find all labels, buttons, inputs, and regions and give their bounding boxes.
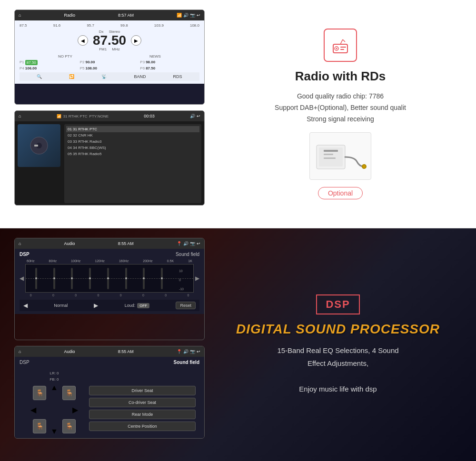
- eq-bar-7[interactable]: [143, 266, 145, 291]
- svg-rect-15: [324, 154, 333, 155]
- rear-mode-btn[interactable]: Rear Mode: [89, 410, 196, 419]
- seat-rear-left: 🪑: [33, 419, 46, 433]
- back-icon-dab: ↩: [197, 114, 200, 118]
- eq-right-arrow[interactable]: ▶: [195, 275, 199, 282]
- loud-label: Loud:: [125, 303, 136, 308]
- driver-seat-btn[interactable]: Driver Seat: [89, 386, 196, 395]
- radio-center: Dx Stereo 87.50 FM1 MHz: [93, 29, 126, 51]
- bottom-left-screenshots: ⌂ Audio 8:55 AM 📍 🔊 📷 ↩ DSP Sound field: [14, 238, 205, 451]
- soundfield-screen: ⌂ Audio 8:55 AM 📍 🔊 📷 ↩ DSP Sound field: [14, 346, 205, 439]
- sf-tab-dsp[interactable]: DSP: [20, 360, 30, 365]
- band-btn[interactable]: BAND: [134, 74, 146, 79]
- down-arrow-btn[interactable]: ▼: [50, 427, 58, 436]
- back-icon-dsp: ↩: [197, 241, 200, 246]
- bottom-section: ⌂ Audio 8:55 AM 📍 🔊 📷 ↩ DSP Sound field: [0, 228, 476, 461]
- channel-item-5[interactable]: 05 35 RTHK Radio5: [66, 151, 199, 157]
- radio-bottom-bar: 🔍 🔁 📡 BAND RDS: [20, 72, 199, 81]
- dsp-tabs: DSP Sound field: [20, 252, 199, 257]
- channel-list: 01 31 RTHK PTC 02 32 CNR HK 03 33 RTHK R…: [64, 124, 201, 203]
- svg-rect-14: [324, 150, 338, 152]
- radio-title: Radio: [64, 13, 75, 18]
- eq-bar-4[interactable]: [89, 266, 91, 291]
- sf-tab-soundfield[interactable]: Sound field: [174, 360, 199, 365]
- channel-item-1[interactable]: 01 31 RTHK PTC: [66, 126, 199, 132]
- eq-value-labels: 0 0 0 0 0 0 0 0: [20, 294, 199, 297]
- preset-1[interactable]: P1 87.50: [20, 60, 79, 65]
- home-icon-dab: ⌂: [19, 114, 21, 118]
- home-icon-sf: ⌂: [19, 349, 21, 354]
- eq-bar-1[interactable]: [35, 266, 37, 291]
- dsp-info-panel: DSP DIGITAL SOUND PROCESSOR 15-Band Real…: [214, 238, 462, 451]
- centre-position-btn[interactable]: Centre Position: [89, 422, 196, 431]
- preset-5[interactable]: P5 108.00: [80, 66, 139, 70]
- svg-line-8: [340, 39, 343, 44]
- channel-item-4[interactable]: 04 34 RTHK BBC(WS): [66, 145, 199, 151]
- fb-label: FB: 0: [50, 377, 59, 382]
- eq-bar-8[interactable]: [161, 266, 163, 291]
- dsp-main-content: DSP Sound field 60Hz 80Hz 100Hz 120Hz 16…: [15, 249, 204, 314]
- tab-dsp[interactable]: DSP: [20, 252, 30, 257]
- svg-rect-3: [333, 44, 347, 53]
- preset-4[interactable]: P4 106.00: [20, 66, 79, 70]
- dsp-bottom-controls: ◀ Normal ▶ Loud: OFF Reset: [20, 300, 199, 311]
- eq-left-arrow[interactable]: ◀: [20, 275, 24, 282]
- eq-bar-5[interactable]: [107, 266, 109, 291]
- dsp-time: 8:55 AM: [118, 241, 134, 246]
- codriver-seat-btn[interactable]: Co-driver Seat: [89, 398, 196, 407]
- sf-statusbar: ⌂ Audio 8:55 AM 📍 🔊 📷 ↩: [15, 346, 204, 357]
- repeat-icon[interactable]: 🔁: [69, 74, 74, 79]
- soundfield-buttons: Driver Seat Co-driver Seat Rear Mode Cen…: [89, 371, 196, 439]
- svg-line-9: [343, 39, 345, 42]
- seat-rear-right: 🪑: [62, 419, 76, 433]
- seat-diagram: LR: 0 FB: 0 🪑 🪑 🪑 🪑 ▲ ▼ ◀ ▶: [23, 371, 85, 439]
- dsp-eq-screen: ⌂ Audio 8:55 AM 📍 🔊 📷 ↩ DSP Sound field: [14, 238, 205, 340]
- up-arrow-btn[interactable]: ▲: [50, 383, 58, 392]
- dsp-desc-line-3: Enjoy music life with dsp: [277, 383, 398, 395]
- home-icon: ⌂: [19, 13, 21, 18]
- play-right-btn[interactable]: ▶: [94, 302, 98, 309]
- status-icons: 📶 🔊 📷 ↩: [177, 13, 200, 18]
- album-art: [18, 124, 60, 167]
- next-btn[interactable]: ▶: [131, 35, 141, 46]
- radio-info-panel: Radio with RDs Good quality radio chip: …: [219, 10, 462, 218]
- eq-bar-2[interactable]: [53, 266, 55, 291]
- desc-line-3: Strong signal receiving: [275, 114, 406, 125]
- eq-bars-container: 10 0 -10: [25, 264, 194, 293]
- dab-content: 01 31 RTHK PTC 02 32 CNR HK 03 33 RTHK R…: [15, 121, 204, 206]
- radio-statusbar: ⌂ Radio 8:57 AM 📶 🔊 📷 ↩: [15, 10, 204, 20]
- sf-content: DSP Sound field LR: 0 FB: 0 🪑 🪑 🪑 🪑: [15, 357, 204, 439]
- antenna-icon[interactable]: 📡: [101, 74, 107, 79]
- rds-btn[interactable]: RDS: [173, 74, 182, 79]
- freq-bar: 87.5 91.6 95.7 99.8 103.9 108.0: [20, 23, 199, 28]
- reset-btn[interactable]: Reset: [176, 302, 196, 309]
- main-frequency: 87.50: [93, 34, 126, 47]
- channel-item-2[interactable]: 02 32 CNR HK: [66, 132, 199, 138]
- antenna-svg: [312, 136, 369, 176]
- camera-icon: 📷: [190, 13, 195, 18]
- off-badge[interactable]: OFF: [137, 303, 149, 308]
- preset-6[interactable]: P6 87.50: [140, 66, 199, 70]
- eq-bar-3[interactable]: [71, 266, 73, 291]
- search-icon[interactable]: 🔍: [37, 74, 42, 79]
- tab-soundfield[interactable]: Sound field: [176, 252, 199, 257]
- left-arrow-btn[interactable]: ◀: [30, 405, 36, 414]
- channel-item-3[interactable]: 03 33 RTHK Radio3: [66, 138, 199, 145]
- optional-button[interactable]: Optional: [318, 187, 363, 199]
- play-left-btn[interactable]: ◀: [23, 302, 28, 309]
- eq-zero-line: [26, 278, 193, 279]
- right-arrow-btn[interactable]: ▶: [72, 405, 78, 414]
- dsp-badge: DSP: [316, 294, 359, 314]
- dsp-title: Audio: [64, 241, 75, 246]
- seat-front-right: 🪑: [62, 386, 76, 400]
- no-pty-label: NO PTY: [58, 54, 72, 59]
- antenna-image: [309, 132, 371, 180]
- radio-icon-box: [324, 29, 357, 62]
- soundfield-main: LR: 0 FB: 0 🪑 🪑 🪑 🪑 ▲ ▼ ◀ ▶: [20, 367, 199, 439]
- eq-bar-6[interactable]: [125, 266, 127, 291]
- prev-btn[interactable]: ◀: [78, 35, 88, 46]
- loc-icon: 📍: [177, 241, 182, 246]
- preset-2[interactable]: P2 90.00: [80, 60, 139, 65]
- lr-label: LR: 0: [50, 371, 59, 375]
- preset-3[interactable]: P3 98.00: [140, 60, 199, 65]
- dsp-big-title: DIGITAL SOUND PROCESSOR: [236, 322, 440, 337]
